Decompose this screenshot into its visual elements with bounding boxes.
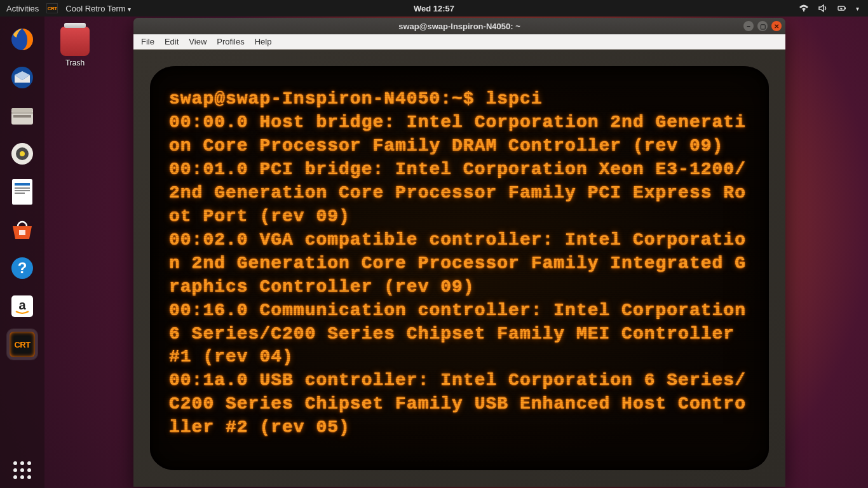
svg-point-10 <box>20 151 25 156</box>
app-menu-label: Cool Retro Term <box>65 4 125 13</box>
crt-bezel: swap@swap-Inspiron-N4050:~$ lspci 00:00.… <box>133 50 785 487</box>
window-maximize-button[interactable]: ▢ <box>757 21 768 31</box>
svg-rect-15 <box>15 193 25 194</box>
svg-text:a: a <box>18 298 26 312</box>
dock-item-rhythmbox[interactable] <box>7 139 37 169</box>
dock-item-writer[interactable] <box>7 177 37 207</box>
desktop-icon-trash[interactable]: Trash <box>60 27 90 67</box>
system-tray[interactable]: ▾ <box>799 3 868 13</box>
dock-item-software[interactable] <box>7 215 37 245</box>
dock-item-cool-retro-term[interactable]: CRT <box>7 329 37 360</box>
crt-screen[interactable]: swap@swap-Inspiron-N4050:~$ lspci 00:00.… <box>150 66 769 470</box>
window-titlebar[interactable]: swap@swap-Inspiron-N4050: ~ – ▢ ✕ <box>133 18 785 34</box>
chevron-down-icon: ▾ <box>128 6 131 13</box>
svg-rect-5 <box>11 112 33 114</box>
menu-bar: File Edit View Profiles Help <box>133 34 785 50</box>
top-bar: Activities CRT Cool Retro Term ▾ Wed 12:… <box>0 0 868 17</box>
clock[interactable]: Wed 12:57 <box>414 4 454 13</box>
dock-item-amazon[interactable]: a <box>7 291 37 322</box>
svg-text:?: ? <box>18 259 27 276</box>
svg-rect-7 <box>11 108 33 112</box>
menu-profiles[interactable]: Profiles <box>213 36 248 48</box>
dock-item-files[interactable] <box>7 100 37 131</box>
menu-edit[interactable]: Edit <box>161 36 182 48</box>
wifi-icon <box>799 3 809 13</box>
menu-file[interactable]: File <box>137 36 158 48</box>
trash-label: Trash <box>60 58 90 67</box>
menu-view[interactable]: View <box>185 36 210 48</box>
window-title: swap@swap-Inspiron-N4050: ~ <box>398 22 520 31</box>
svg-rect-14 <box>15 190 30 191</box>
dock-item-thunderbird[interactable] <box>7 62 37 93</box>
app-menu[interactable]: Cool Retro Term ▾ <box>65 4 131 13</box>
window-close-button[interactable]: ✕ <box>771 21 782 31</box>
app-window: swap@swap-Inspiron-N4050: ~ – ▢ ✕ File E… <box>133 18 785 487</box>
svg-rect-1 <box>845 8 846 10</box>
terminal-output: swap@swap-Inspiron-N4050:~$ lspci 00:00.… <box>169 88 750 440</box>
show-applications-button[interactable] <box>13 461 31 479</box>
svg-rect-6 <box>13 115 31 118</box>
window-minimize-button[interactable]: – <box>743 21 754 31</box>
dock-item-help[interactable]: ? <box>7 253 37 283</box>
svg-rect-12 <box>15 183 30 186</box>
dock-item-firefox[interactable] <box>7 24 37 55</box>
launcher-dock: ? a CRT <box>0 17 44 488</box>
menu-help[interactable]: Help <box>251 36 276 48</box>
crt-app-icon: CRT <box>46 3 58 13</box>
chevron-down-icon: ▾ <box>856 5 859 12</box>
trash-icon <box>60 27 90 56</box>
activities-button[interactable]: Activities <box>6 4 39 13</box>
volume-icon <box>818 3 828 13</box>
svg-rect-13 <box>15 187 30 189</box>
battery-icon <box>837 3 847 13</box>
svg-rect-16 <box>19 230 25 235</box>
